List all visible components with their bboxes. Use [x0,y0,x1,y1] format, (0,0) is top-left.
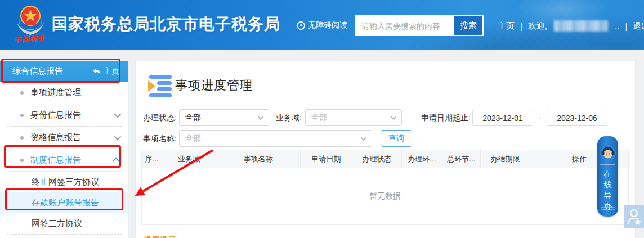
sidebar-item-progress[interactable]: 事项进度管理 [0,82,128,104]
sidebar-item-identity[interactable]: 身份信息报告 [0,104,128,126]
list-play-icon [147,74,173,97]
chevron-down-icon [258,114,263,120]
column-header: 申请日期 [301,150,352,168]
item-name-filter-label: 事项名称: [143,130,177,147]
query-button[interactable]: 查询 [381,130,412,147]
sidebar-item-label: 事项进度管理 [30,87,81,98]
item-name-select[interactable]: 全部 [179,130,372,147]
welcome-label: 欢迎, [528,21,547,32]
date-dash: - [539,110,542,126]
top-nav: 主页 | 欢迎, .. | 退出 [498,20,644,32]
sidebar-subitem-label: 存款账户账号报告 [32,197,99,208]
date-from-value: 2023-12-01 [482,114,523,123]
welcome-suffix: .. [615,21,619,31]
domain-filter-label: 业务域: [276,109,302,126]
empty-data-text: 暂无数据 [369,191,401,201]
column-header: 总环节... [442,150,481,168]
chevron-up-icon [113,158,120,165]
nav-divider: | [520,21,522,31]
table-empty-state: 暂无数据 [142,168,628,224]
sidebar-home-label: 主页 [104,66,119,77]
welcome-name-redacted [554,20,608,32]
online-guide-widget[interactable]: 在线导办 [597,136,618,217]
status-select[interactable]: 全部 [179,109,269,126]
date-range-label: 申请日期起止: [421,109,471,126]
table-header-row: 序... 业务域 事项名称 申请日期 办理状态 办理环... 总环节... 办结… [142,150,628,168]
divider [601,207,615,208]
logout-link[interactable]: 退出 [633,21,644,32]
chevron-down-icon [361,135,366,141]
divider [600,164,615,165]
sidebar-item-qualification[interactable]: 资格信息报告 [0,127,128,149]
sidebar-item-label: 资格信息报告 [30,132,81,143]
site-title: 国家税务总局北京市电子税务局 [52,14,280,35]
chevron-down-icon [391,114,396,120]
search-button[interactable]: 搜索 [454,16,482,35]
sidebar-item-system-info[interactable]: 制度信息报告 [0,149,128,171]
sidebar-item-label: 制度信息报告 [30,155,81,165]
bullet-icon [20,136,24,140]
divider [7,234,122,235]
sidebar-header: 综合信息报告 主页 [0,61,128,82]
sidebar-subitem-online-agreement[interactable]: 网签三方协议 [0,213,128,234]
user-favorite-widget[interactable] [624,205,644,228]
nav-divider: | [625,21,627,31]
sidebar-home-link[interactable]: 主页 [92,66,119,77]
domain-select[interactable]: 全部 [305,109,402,126]
main-content: 事项进度管理 办理状态: 全部 业务域: 全部 申请日期起止: 2023-12-… [135,61,636,238]
accessibility-label: 无障碍阅读 [308,20,347,30]
bullet-icon [20,114,24,117]
bullet-icon [20,91,24,95]
search-input[interactable] [356,16,454,35]
service-agent-avatar [600,145,616,161]
divider [601,209,615,210]
accessibility-eye-icon [297,21,305,30]
column-header: 事项名称 [216,150,301,168]
status-select-value: 全部 [185,113,201,123]
column-header: 业务域 [162,150,216,168]
sidebar-subitem-deposit-account-report[interactable]: 存款账户账号报告 [0,192,128,213]
date-to-input[interactable]: 2023-12-06 [547,110,607,126]
column-header: 办理状态 [352,150,402,168]
sidebar-subitem-label: 网签三方协议 [32,218,82,229]
sidebar-subitem-label: 终止网签三方协议 [32,177,99,187]
sidebar: 综合信息报告 主页 事项进度管理 身份信息报告 资格信息报告 制度信息报告 终止… [0,61,128,238]
column-header: 办理环... [402,150,442,168]
sidebar-item-label: 身份信息报告 [30,110,81,120]
date-to-value: 2023-12-06 [557,114,597,123]
status-filter-label: 办理状态: [143,109,177,126]
column-header: 序... [142,150,162,168]
chevron-down-icon [114,133,122,141]
top-banner: 中国税务 国家税务总局北京市电子税务局 无障碍阅读 搜索 主页 | 欢迎, ..… [0,0,644,50]
back-arrow-icon [92,68,101,75]
bullet-icon [20,159,24,162]
sidebar-subitem-terminate-agreement[interactable]: 终止网签三方协议 [0,172,128,192]
column-header: 办结期限 [481,150,530,168]
results-table: 序... 业务域 事项名称 申请日期 办理状态 办理环... 总环节... 办结… [141,150,629,225]
sidebar-title: 综合信息报告 [12,66,63,77]
item-name-select-value: 全部 [185,133,201,143]
page-title: 事项进度管理 [147,74,253,97]
chevron-down-icon [114,111,122,118]
clipped-bottom-text: 温馨提示 [144,235,176,238]
accessibility-reading-link[interactable]: 无障碍阅读 [297,20,347,30]
national-emblem-icon [14,3,47,37]
date-from-input[interactable]: 2023-12-01 [472,110,533,126]
person-star-icon [626,208,642,226]
site-search: 搜索 [355,15,484,36]
domain-select-value: 全部 [311,113,327,123]
page-title-text: 事项进度管理 [175,77,253,94]
online-guide-label: 在线导办 [597,169,618,212]
nav-home-link[interactable]: 主页 [498,21,515,32]
